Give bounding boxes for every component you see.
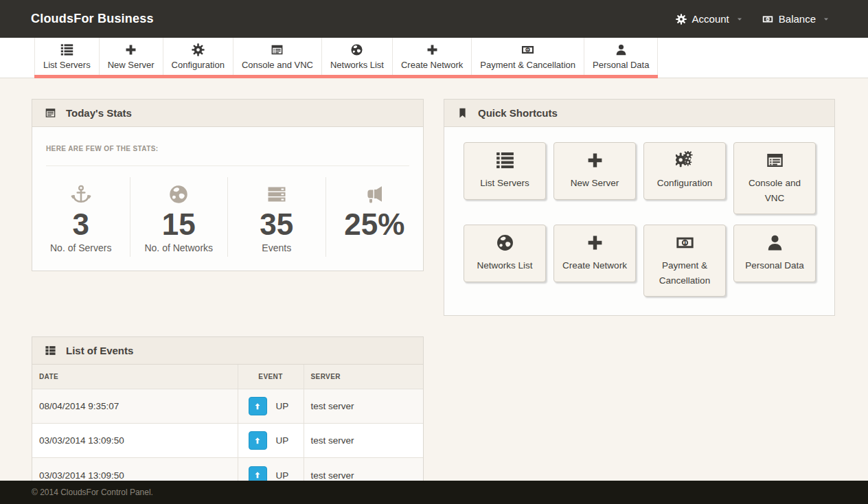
console-icon: [271, 43, 284, 56]
list-of-events-panel: List of Events DATEEVENTSERVER 08/04/201…: [32, 336, 424, 481]
console-icon: [766, 151, 784, 170]
column-header-event: EVENT: [238, 365, 304, 389]
globe-icon: [168, 184, 189, 205]
tab-label: Create Network: [401, 60, 463, 70]
tab-payment-cancellation[interactable]: 1Payment & Cancellation: [471, 38, 584, 75]
event-up-button[interactable]: [249, 431, 267, 450]
tab-networks-list[interactable]: Networks List: [321, 38, 392, 75]
todays-stats-panel: Today's Stats HERE ARE FEW OF THE STATS:…: [32, 99, 424, 271]
shortcut-create-network[interactable]: Create Network: [553, 225, 636, 282]
globe-icon: [496, 233, 514, 252]
shortcut-label: Create Network: [562, 258, 627, 273]
stats-intro-text: HERE ARE FEW OF THE STATS:: [32, 127, 423, 165]
shortcut-console-and-vnc[interactable]: Console and VNC: [733, 142, 816, 214]
tab-label: Console and VNC: [242, 60, 313, 70]
event-status-cell: UP: [245, 466, 297, 481]
shortcut-new-server[interactable]: New Server: [553, 142, 636, 200]
shortcut-personal-data[interactable]: Personal Data: [733, 225, 816, 282]
tab-create-network[interactable]: Create Network: [392, 38, 471, 75]
globe-icon: [350, 43, 363, 56]
arrow-up-icon: [253, 402, 262, 411]
event-date: 03/03/2014 13:09:50: [32, 458, 238, 481]
top-navbar: CloudsFor Business Account 1 Balance: [0, 0, 868, 38]
servers-icon: [266, 184, 287, 205]
app-title[interactable]: CloudsFor Business: [31, 12, 154, 26]
account-menu[interactable]: Account: [676, 13, 743, 25]
tab-label: Networks List: [330, 60, 384, 70]
svg-text:1: 1: [527, 47, 529, 51]
stat-label: No. of Networks: [144, 242, 213, 254]
event-date: 08/04/2014 9:35:07: [32, 389, 238, 424]
plus-icon: [426, 43, 439, 56]
navbar-menus: Account 1 Balance: [676, 13, 830, 25]
user-icon: [615, 43, 628, 56]
tab-strip: List ServersNew ServerConfigurationConso…: [0, 38, 868, 78]
tab-label: List Servers: [43, 60, 91, 70]
plus-icon: [586, 233, 604, 252]
event-server: test server: [304, 424, 423, 458]
tab-personal-data[interactable]: Personal Data: [584, 38, 658, 75]
shortcut-networks-list[interactable]: Networks List: [464, 225, 546, 282]
bookmark-icon: [457, 107, 468, 119]
list-icon: [60, 43, 73, 56]
newspaper-icon: [45, 107, 56, 119]
event-date: 03/03/2014 13:09:50: [32, 424, 238, 458]
balance-menu-label: Balance: [779, 13, 816, 25]
gear-icon: [676, 14, 687, 25]
stat-no-of-servers: 3No. of Servers: [32, 177, 130, 257]
caret-down-icon: [823, 16, 830, 23]
stat-percentage: 25%: [326, 177, 424, 257]
event-up-button[interactable]: [249, 397, 267, 415]
banknote-icon: 1: [762, 14, 773, 25]
stat-value: 15: [162, 208, 196, 241]
event-row: 08/04/2014 9:35:07UPtest server: [32, 389, 423, 424]
tab-list-servers[interactable]: List Servers: [34, 38, 99, 75]
banknote-icon: 1: [521, 43, 534, 56]
balance-menu[interactable]: 1 Balance: [762, 13, 830, 25]
tab-configuration[interactable]: Configuration: [163, 38, 233, 75]
stat-label: Events: [262, 242, 291, 254]
shortcut-label: List Servers: [480, 176, 529, 191]
stats-row: 3No. of Servers15No. of Networks35Events…: [32, 166, 423, 271]
events-table-header-row: DATEEVENTSERVER: [32, 365, 423, 389]
column-header-date: DATE: [32, 365, 238, 389]
page-footer: © 2014 CloudsFor Control Panel.: [0, 481, 868, 504]
copyright-text: © 2014 CloudsFor Control Panel.: [32, 488, 153, 497]
plus-icon: [586, 151, 604, 170]
svg-text:1: 1: [766, 17, 768, 21]
event-row: 03/03/2014 13:09:50UPtest server: [32, 458, 423, 481]
shortcut-label: Console and VNC: [738, 176, 811, 205]
bullhorn-icon: [364, 184, 385, 205]
event-server: test server: [304, 389, 423, 424]
stat-label: No. of Servers: [50, 242, 111, 254]
shortcut-configuration[interactable]: Configuration: [643, 142, 726, 200]
shortcut-payment-cancellation[interactable]: 1Payment & Cancellation: [643, 225, 726, 297]
column-header-server: SERVER: [304, 365, 423, 389]
th-list-icon: [45, 345, 56, 356]
shortcut-list-servers[interactable]: List Servers: [464, 142, 546, 200]
stat-no-of-networks: 15No. of Networks: [130, 177, 228, 257]
caret-down-icon: [736, 16, 743, 23]
quick-shortcuts-header: Quick Shortcuts: [444, 100, 834, 127]
panel-title: Quick Shortcuts: [478, 107, 558, 119]
event-status-label: UP: [276, 470, 289, 481]
shortcuts-grid: List ServersNew ServerConfigurationConso…: [444, 127, 834, 315]
stat-value: 35: [260, 208, 293, 241]
stat-events: 35Events: [227, 177, 326, 257]
tab-label: Personal Data: [593, 60, 649, 70]
event-status-cell: UP: [245, 431, 297, 450]
tab-label: New Server: [108, 60, 155, 70]
tab-console-and-vnc[interactable]: Console and VNC: [233, 38, 321, 75]
gear-icon: [192, 43, 205, 56]
events-table: DATEEVENTSERVER 08/04/2014 9:35:07UPtest…: [32, 365, 423, 481]
shortcut-label: Networks List: [477, 258, 532, 273]
list-of-events-header: List of Events: [32, 337, 423, 365]
tab-new-server[interactable]: New Server: [99, 38, 163, 75]
account-menu-label: Account: [692, 13, 729, 25]
stat-value: 3: [73, 208, 89, 241]
todays-stats-header: Today's Stats: [32, 100, 423, 127]
anchor-icon: [71, 184, 91, 205]
event-row: 03/03/2014 13:09:50UPtest server: [32, 424, 423, 458]
event-up-button[interactable]: [249, 466, 267, 481]
main-tabs: List ServersNew ServerConfigurationConso…: [34, 38, 658, 78]
